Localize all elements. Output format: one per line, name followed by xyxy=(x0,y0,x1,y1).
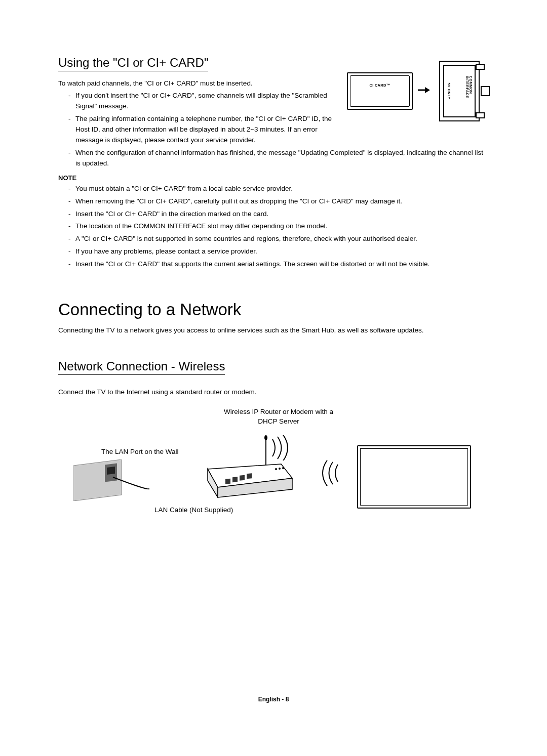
list-item: If you have any problems, please contact… xyxy=(68,246,489,257)
section2-body: Connecting the TV to a network gives you… xyxy=(58,326,489,334)
ci-card-icon: CI CARD™ xyxy=(347,72,413,110)
ci-slot-icon: 5V ONLY COMMON INTERFACE xyxy=(434,61,485,121)
section3-body: Connect the TV to the Internet using a s… xyxy=(58,387,489,397)
tv-icon xyxy=(357,445,471,509)
section-heading-ci: Using the "CI or CI+ CARD" xyxy=(58,56,208,71)
note-bullets: You must obtain a "CI or CI+ CARD" from … xyxy=(58,184,489,270)
slot-text-5v: 5V ONLY xyxy=(447,83,451,100)
svg-point-12 xyxy=(279,468,281,470)
intro-text: To watch paid channels, the "CI or CI+ C… xyxy=(58,78,337,89)
list-item: You must obtain a "CI or CI+ CARD" from … xyxy=(68,184,489,194)
svg-rect-9 xyxy=(240,475,245,481)
bullet-list-top-cont: When the configuration of channel inform… xyxy=(58,148,489,169)
wifi-waves-in-icon xyxy=(314,460,342,486)
ci-card-diagram: CI CARD™ 5V ONLY COMMON INTERF xyxy=(347,61,489,121)
svg-point-6 xyxy=(264,435,267,440)
lan-cable-label: LAN Cable (Not Supplied) xyxy=(154,506,233,514)
ci-card-label: CI CARD™ xyxy=(350,83,409,88)
svg-rect-8 xyxy=(232,477,238,483)
list-item: Insert the "CI or CI+ CARD" that support… xyxy=(68,259,489,270)
bullet-list-top: If you don't insert the "CI or CI+ CARD"… xyxy=(58,91,337,146)
slot-text-ci: COMMON INTERFACE xyxy=(465,76,473,106)
svg-rect-10 xyxy=(247,474,252,479)
list-item: The location of the COMMON INTERFACE slo… xyxy=(68,221,489,232)
main-heading: Connecting to a Network xyxy=(58,300,489,319)
svg-point-13 xyxy=(282,467,284,469)
svg-marker-1 xyxy=(425,87,430,93)
router-label: Wireless IP Router or Modem with a DHCP … xyxy=(215,407,342,426)
note-heading: NOTE xyxy=(58,174,489,182)
svg-rect-7 xyxy=(225,479,230,484)
svg-point-11 xyxy=(275,468,277,470)
list-item: Insert the "CI or CI+ CARD" in the direc… xyxy=(68,209,489,220)
section-heading-wireless: Network Connection - Wireless xyxy=(58,359,225,375)
wireless-diagram: Wireless IP Router or Modem with a DHCP … xyxy=(58,407,489,514)
arrow-icon xyxy=(417,85,430,97)
list-item: A "CI or CI+ CARD" is not supported in s… xyxy=(68,234,489,244)
page-footer: English - 8 xyxy=(0,696,547,703)
list-item: If you don't insert the "CI or CI+ CARD"… xyxy=(68,91,337,112)
list-item: When the configuration of channel inform… xyxy=(68,148,489,169)
wall-port-icon xyxy=(73,459,149,501)
lan-port-label: The LAN Port on the Wall xyxy=(101,448,179,455)
wifi-waves-out-icon xyxy=(268,435,296,460)
list-item: When removing the "CI or CI+ CARD", care… xyxy=(68,196,489,207)
svg-rect-4 xyxy=(107,467,115,475)
list-item: The pairing information containing a tel… xyxy=(68,114,337,146)
